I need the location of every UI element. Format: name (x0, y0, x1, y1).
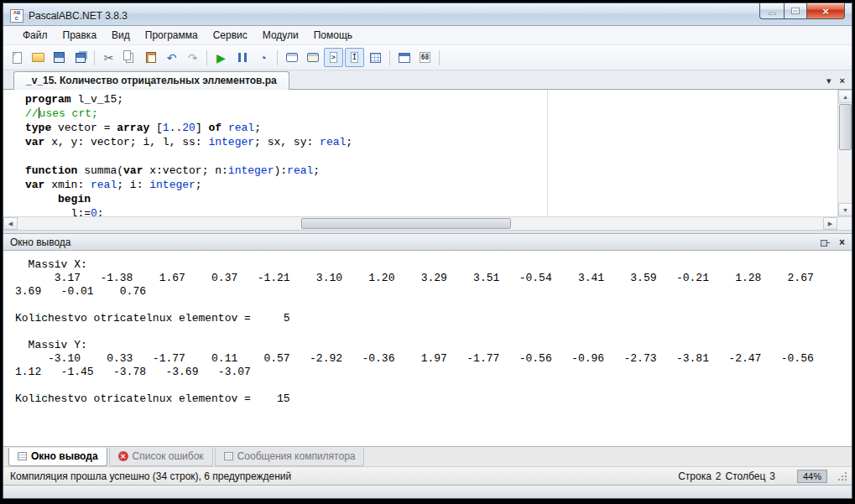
code-line: type vector = array [1..20] of real; (25, 121, 852, 135)
open-file-button[interactable] (29, 48, 48, 67)
cut-icon: ✂ (104, 52, 114, 64)
toolbar-separator (439, 50, 440, 65)
window-bottom-frame (3, 485, 852, 498)
code-token: l:= (25, 207, 91, 217)
code-token: var (25, 136, 44, 148)
horizontal-scroll-thumb[interactable] (301, 218, 511, 229)
title-bar[interactable]: ABC PascalABC.NET 3.8.3 × (3, 3, 852, 26)
text-view-button[interactable]: I (345, 48, 364, 67)
code-editor[interactable]: program l_v_15;//uses crt;type vector = … (3, 90, 852, 217)
scroll-right-icon[interactable]: ▶ (823, 217, 837, 230)
menu-edit[interactable]: Правка (55, 27, 105, 44)
code-token: array (117, 122, 149, 134)
form-grid-button[interactable] (366, 48, 385, 67)
close-panel-icon[interactable]: × (839, 237, 845, 247)
menu-file[interactable]: Файл (15, 27, 55, 44)
vertical-scroll-thumb[interactable] (839, 104, 852, 150)
pause-icon (238, 53, 247, 62)
code-token: ; (313, 164, 320, 177)
cut-button[interactable]: ✂ (99, 48, 118, 67)
tab-output-window[interactable]: Окно вывода (8, 448, 107, 466)
dock-output-bottom-button[interactable] (444, 48, 463, 67)
output-line: -3.10 0.33 -1.77 0.11 0.57 -2.92 -0.36 1… (15, 352, 852, 366)
app-icon: ABC (10, 9, 23, 23)
code-token: [ (149, 122, 163, 134)
dock-output-float-button[interactable] (486, 48, 505, 67)
pause-button[interactable] (232, 48, 252, 67)
window-title: PascalABC.NET 3.8.3 (29, 10, 128, 22)
save-all-button[interactable] (70, 48, 90, 67)
code-line: var x, y: vector; i, l, ss: integer; sx,… (25, 135, 852, 149)
editor-horizontal-scrollbar[interactable]: ◀ ▶ (3, 217, 852, 231)
scroll-up-icon[interactable]: ▲ (838, 90, 852, 103)
scroll-down-icon[interactable]: ▼ (838, 203, 852, 216)
code-token: begin (58, 193, 91, 205)
code-token: 1 (163, 122, 169, 134)
column-guide (547, 90, 548, 216)
open-file-icon (32, 53, 44, 62)
redo-icon: ↷ (188, 52, 198, 64)
output-line: Kolichestvo otricatelnux elementov = 15 (15, 392, 852, 406)
copy-button[interactable] (120, 48, 139, 67)
save-button[interactable] (50, 48, 69, 67)
console-view-icon: > (330, 52, 337, 63)
run-button[interactable]: ▶ (211, 48, 231, 67)
redo-button[interactable]: ↷ (183, 48, 202, 67)
menu-help[interactable]: Помощь (306, 27, 360, 44)
code-token (222, 122, 228, 134)
timer-icon: ◔ (259, 52, 266, 64)
zoom-level[interactable]: 44% (797, 470, 827, 483)
show-output-window-button[interactable] (282, 48, 301, 67)
menu-modules[interactable]: Модули (255, 27, 306, 44)
new-file-button[interactable] (8, 48, 27, 67)
menu-bar: ФайлПравкаВидПрограммаСервисМодулиПомощь (3, 26, 852, 45)
show-input-window-button[interactable] (303, 48, 322, 67)
ascii-table-icon: 68 (420, 52, 431, 63)
caption-buttons: × (760, 3, 845, 19)
menu-program[interactable]: Программа (138, 27, 206, 44)
code-token: ; i: (117, 179, 149, 191)
code-token: ): (274, 164, 287, 177)
bottom-tab-strip: Окно вывода✕Список ошибокСообщения компи… (3, 446, 852, 466)
dock-output-right-button[interactable] (465, 48, 484, 67)
minimize-button[interactable] (759, 3, 785, 19)
timer-button[interactable]: ◔ (253, 48, 273, 67)
code-token: real (287, 164, 313, 177)
window-layout-button[interactable] (394, 48, 414, 67)
code-token: function (25, 164, 77, 177)
minimize-icon (769, 13, 776, 15)
code-token: integer (149, 179, 196, 191)
ascii-table-button[interactable]: 68 (415, 48, 435, 67)
output-header-buttons: × (820, 237, 845, 247)
chevron-down-icon[interactable]: ▾ (826, 76, 832, 86)
tab-error-list[interactable]: ✕Список ошибок (109, 448, 213, 466)
line-label: Строка (678, 470, 712, 482)
close-button[interactable]: × (806, 3, 845, 19)
maximize-button[interactable] (784, 3, 807, 19)
pin-icon[interactable] (820, 237, 831, 247)
code-token: type (25, 122, 51, 134)
paste-button[interactable] (141, 48, 160, 67)
menu-service[interactable]: Сервис (206, 27, 255, 44)
code-token: ; sx, sy: (254, 136, 320, 148)
undo-button[interactable]: ↶ (162, 48, 181, 67)
output-panel[interactable]: Massiv X: 3.17 -1.38 1.67 0.37 -1.21 3.1… (3, 251, 852, 446)
code-token: uses crt; (39, 107, 98, 120)
caret-position: Строка 2 Столбец 3 (678, 470, 775, 482)
code-token: // (25, 107, 39, 120)
console-view-button[interactable]: > (324, 48, 343, 67)
scroll-left-icon[interactable]: ◀ (3, 217, 18, 230)
editor-vertical-scrollbar[interactable]: ▲ ▼ (837, 90, 852, 216)
code-line: begin (25, 192, 852, 206)
code-area[interactable]: program l_v_15;//uses crt;type vector = … (3, 90, 852, 217)
show-input-window-icon (307, 53, 319, 62)
code-token: 0 (91, 207, 97, 217)
output-line (15, 299, 852, 312)
tab-compiler-messages[interactable]: Сообщения компилятора (215, 448, 365, 466)
menu-view[interactable]: Вид (104, 27, 138, 44)
resize-grip-icon[interactable] (837, 470, 848, 481)
editor-tab[interactable]: _v_15. Количество отрицательных эллемент… (13, 71, 289, 90)
code-line: program l_v_15; (25, 92, 852, 107)
form-grid-icon (370, 53, 381, 63)
close-document-icon[interactable]: × (840, 76, 845, 86)
